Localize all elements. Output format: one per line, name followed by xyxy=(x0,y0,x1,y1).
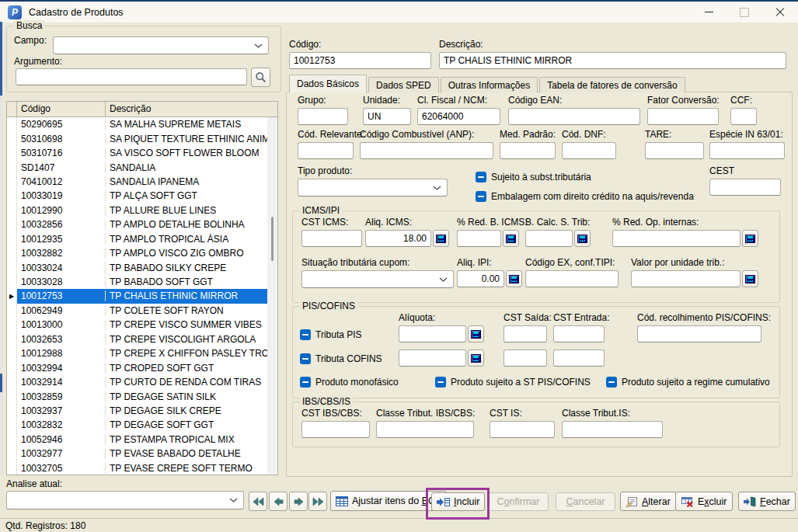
aliq-ipi-calculator-button[interactable] xyxy=(506,270,522,287)
table-row[interactable]: 10032859TP DEGAGE SATIN SILK xyxy=(7,389,277,403)
descricao-cell[interactable]: TP AMPLO VISCO ZIG OMBRO xyxy=(106,248,277,259)
red-b-icms-input[interactable] xyxy=(457,230,501,247)
descricao-cell[interactable]: TP CREPE VISCOLIGHT ARGOLA xyxy=(106,334,277,345)
descricao-cell[interactable]: SA MALHA SUPREME METAIS xyxy=(106,119,277,130)
tab-fatores-conversao[interactable]: Tabela de fatores de conversão xyxy=(539,77,685,92)
descricao-cell[interactable]: TP DEGAGE SILK CREPE xyxy=(106,405,277,416)
ajustar-itens-ecf-button[interactable]: Ajustar itens do ECF xyxy=(330,491,447,511)
table-row[interactable]: 70410012SANDALIA IPANEMA xyxy=(7,175,277,189)
descricao-cell[interactable]: TP CURTO DE RENDA COM TIRAS xyxy=(106,377,277,388)
table-row[interactable]: 10032832TP DEGAGE SOFT GGT xyxy=(7,418,277,432)
maximize-button[interactable] xyxy=(727,2,762,23)
descricao-cell[interactable]: TP CREPE VISCO SUMMER VIBES xyxy=(106,319,277,330)
unidade-input[interactable] xyxy=(363,108,411,125)
checkbox-tributa-cofins[interactable]: Tributa COFINS xyxy=(300,353,382,364)
cod-dnf-input[interactable] xyxy=(562,142,616,159)
tab-dados-sped[interactable]: Dados SPED xyxy=(368,77,439,92)
checkbox-tributa-pis[interactable]: Tributa PIS xyxy=(300,329,362,340)
red-b-icms-calculator-button[interactable] xyxy=(503,230,519,247)
table-row[interactable]: 10032705TP EVASE CREPE SOFT TERMO xyxy=(7,461,277,475)
ean-input[interactable] xyxy=(508,108,640,125)
table-row[interactable]: 10013000TP CREPE VISCO SUMMER VIBES xyxy=(7,318,277,332)
classe-tribut-ibs-cbs-input[interactable] xyxy=(376,421,474,438)
table-row[interactable]: 10032994TP CROPED SOFT GGT xyxy=(7,360,277,374)
table-row[interactable]: 10012935TP AMPLO TROPICAL ÁSIA xyxy=(7,232,277,246)
tab-dados-basicos[interactable]: Dados Básicos xyxy=(289,75,367,92)
table-row[interactable]: 50310698SA PIQUET TEXTURE ETHINIC ANIM xyxy=(7,131,277,145)
codigo-cell[interactable]: 50290695 xyxy=(17,119,106,130)
campo-combobox[interactable] xyxy=(53,37,269,54)
aliq-icms-calculator-button[interactable] xyxy=(433,230,449,247)
table-row[interactable]: 10032937TP DEGAGE SILK CREPE xyxy=(7,404,277,418)
pis-aliquota-input[interactable] xyxy=(399,325,466,342)
cod-recolhimento-input[interactable] xyxy=(637,325,761,342)
codigo-cell[interactable]: 10032994 xyxy=(17,363,106,374)
codigo-cell[interactable]: 10033028 xyxy=(17,276,106,287)
descricao-input[interactable] xyxy=(439,52,786,69)
table-row[interactable]: 10032977TP EVASE BABADO DETALHE xyxy=(7,447,277,461)
close-button[interactable] xyxy=(762,2,798,23)
checkbox-subst-tributaria[interactable]: Sujeito à subst.tributária xyxy=(476,172,591,183)
pis-aliquota-calculator-button[interactable] xyxy=(468,325,484,342)
ccf-input[interactable] xyxy=(730,108,757,125)
codigo-cell[interactable]: 10032856 xyxy=(17,219,106,230)
table-row[interactable]: 10033024TP BABADO SILKY CREPE xyxy=(7,260,277,274)
codigo-cell[interactable]: 10032705 xyxy=(17,463,106,474)
fechar-button[interactable]: Fechar xyxy=(738,492,796,511)
cst-is-input[interactable] xyxy=(490,421,555,438)
codigo-cell[interactable]: 10032832 xyxy=(17,419,106,430)
codigo-ex-input[interactable] xyxy=(525,270,619,287)
table-row[interactable]: 10012990TP ALLURE BLUE LINES xyxy=(7,203,277,217)
cofins-aliquota-calculator-button[interactable] xyxy=(468,349,484,367)
descricao-cell[interactable]: TP BABADO SOFT GGT xyxy=(106,276,277,287)
especie-input[interactable] xyxy=(709,142,785,159)
ncm-input[interactable] xyxy=(417,108,500,125)
codigo-cell[interactable]: 10032859 xyxy=(17,391,106,402)
confirmar-button[interactable]: Confirmar xyxy=(488,492,549,511)
argumento-input[interactable] xyxy=(16,68,247,85)
descricao-cell[interactable]: TP DEGAGE SATIN SILK xyxy=(106,391,277,402)
incluir-button[interactable]: Incluir xyxy=(431,492,485,511)
descricao-cell[interactable]: TP EVASE CREPE SOFT TERMO xyxy=(106,463,277,474)
codigo-cell[interactable]: SD1407 xyxy=(17,162,106,173)
next-record-button[interactable] xyxy=(289,492,308,511)
table-row[interactable]: 10033019TP ALÇA SOFT GGT xyxy=(7,189,277,203)
table-row[interactable]: 10032882TP AMPLO VISCO ZIG OMBRO xyxy=(7,246,277,260)
codigo-cell[interactable]: 10052946 xyxy=(17,434,106,445)
cst-ibs-cbs-input[interactable] xyxy=(301,421,370,438)
last-record-button[interactable] xyxy=(308,492,327,511)
descricao-cell[interactable]: TP COLETE SOFT RAYON xyxy=(106,305,277,316)
fator-conversao-input[interactable] xyxy=(647,108,719,125)
codigo-input[interactable] xyxy=(289,52,431,69)
codigo-cell[interactable]: 50310698 xyxy=(17,134,106,144)
scrollbar-thumb[interactable] xyxy=(271,217,274,261)
tipo-produto-combobox[interactable] xyxy=(298,179,448,196)
table-row[interactable]: 10032914TP CURTO DE RENDA COM TIRAS xyxy=(7,375,277,389)
cod-relevante-input[interactable] xyxy=(298,142,354,159)
alterar-button[interactable]: Alterar xyxy=(620,492,676,511)
checkbox-produto-monofasico[interactable]: Produto monofásico xyxy=(300,377,399,388)
valor-unidade-trib-calculator-button[interactable] xyxy=(742,270,758,287)
codigo-cell[interactable]: 10033024 xyxy=(17,263,106,273)
tab-outras-informacoes[interactable]: Outras Informações xyxy=(441,77,538,92)
descricao-cell[interactable]: TP DEGAGE SOFT GGT xyxy=(106,419,277,430)
checkbox-produto-regime-cumulativo[interactable]: Produto sujeito a regime cumulativo xyxy=(606,377,770,388)
b-calc-s-trib-input[interactable] xyxy=(525,230,573,247)
descricao-cell[interactable]: TP ALLURE BLUE LINES xyxy=(106,205,277,216)
descricao-cell[interactable]: TP CROPED SOFT GGT xyxy=(106,363,277,374)
table-row[interactable]: 10033028TP BABADO SOFT GGT xyxy=(7,275,277,289)
table-row[interactable]: SD1407SANDALIA xyxy=(7,160,277,174)
descricao-cell[interactable]: SA VISCO SOFT FLOWER BLOOM xyxy=(106,148,277,158)
table-row[interactable]: 50290695SA MALHA SUPREME METAIS xyxy=(7,117,277,131)
descricao-cell[interactable]: TP CREPE X CHIFFON PASLEY TRO xyxy=(106,348,277,359)
table-row[interactable]: ▶10012753TP CHALIS ETHINIC MIRROR xyxy=(7,289,277,303)
table-row[interactable]: 10052946TP ESTAMPA TROPICAL MIX xyxy=(7,433,277,447)
table-row[interactable]: 10032653TP CREPE VISCOLIGHT ARGOLA xyxy=(7,332,277,346)
tare-input[interactable] xyxy=(645,142,704,159)
analise-atual-combobox[interactable] xyxy=(6,491,244,509)
descricao-cell[interactable]: TP EVASE BABADO DETALHE xyxy=(106,448,277,459)
checkbox-produto-st-pis-cofins[interactable]: Produto sujeito a ST PIS/COFINS xyxy=(435,377,591,388)
codigo-cell[interactable]: 10062949 xyxy=(17,305,106,316)
codigo-cell[interactable]: 10012935 xyxy=(17,234,106,245)
codigo-cell[interactable]: 10032977 xyxy=(17,448,106,459)
